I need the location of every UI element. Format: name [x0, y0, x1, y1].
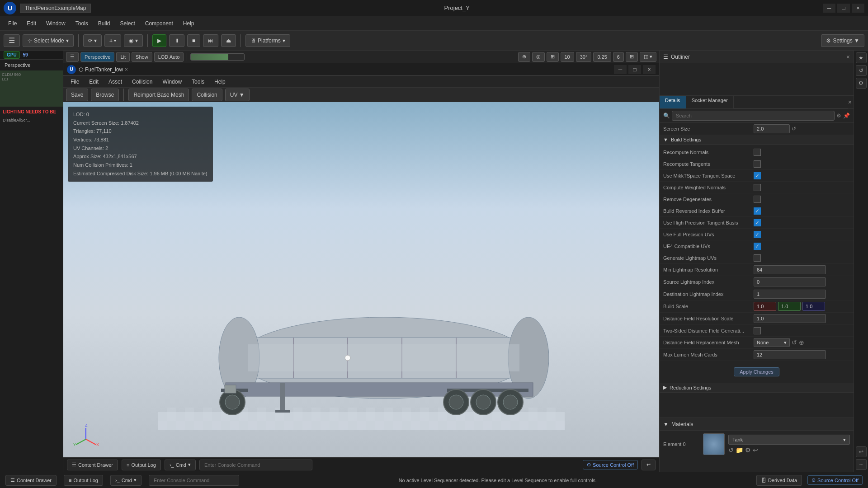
menu-file[interactable]: File — [4, 19, 21, 28]
viewport-lit-btn[interactable]: Lit — [116, 52, 130, 62]
cb-recompute-tangents[interactable] — [754, 160, 761, 168]
input-build-scale-x[interactable] — [754, 302, 776, 311]
input-min-lightmap-res[interactable] — [754, 265, 826, 274]
uv-button[interactable]: UV ▼ — [225, 89, 250, 101]
snap-button[interactable]: ⌗ ▾ — [104, 34, 121, 47]
minimize-button[interactable]: ─ — [823, 4, 835, 13]
cb-ue4-uvs[interactable]: ✓ — [754, 243, 761, 250]
df-replacement-more-icon[interactable]: ⊕ — [799, 339, 804, 346]
vp-icon-1[interactable]: ⊕ — [518, 52, 530, 62]
source-control-status-btn[interactable]: ⊙ Source Control Off — [807, 475, 863, 485]
material-undo-icon[interactable]: ↩ — [753, 446, 758, 454]
cb-recompute-normals[interactable] — [754, 149, 761, 156]
viewport-show-btn[interactable]: Show — [132, 52, 152, 62]
mesh-menu-file[interactable]: File — [66, 77, 84, 87]
camera-button[interactable]: ◉ ▾ — [124, 34, 142, 47]
platforms-button[interactable]: 🖥 Platforms ▾ — [245, 34, 290, 47]
menu-edit[interactable]: Edit — [22, 19, 41, 28]
vp-icon-2[interactable]: ◎ — [532, 52, 545, 62]
console-input-mesh[interactable] — [199, 460, 312, 470]
input-df-res-scale[interactable] — [754, 314, 826, 323]
menu-help[interactable]: Help — [179, 19, 199, 28]
mesh-menu-tools[interactable]: Tools — [187, 77, 209, 87]
menu-build[interactable]: Build — [94, 19, 115, 28]
mesh-menu-asset[interactable]: Asset — [104, 77, 127, 87]
eject-button[interactable]: ⏏ — [221, 34, 236, 47]
viewport-3d[interactable]: LOD: 0 Current Screen Size: 1.87402 Tria… — [63, 102, 659, 457]
source-control-mesh-btn[interactable]: ⊙ Source Control Off — [583, 460, 638, 469]
details-pin-icon[interactable]: 📌 — [843, 113, 850, 119]
details-close-btn[interactable]: × — [848, 96, 852, 108]
strip-btn-2[interactable]: ↺ — [856, 65, 867, 76]
content-drawer-btn[interactable]: ☰ Content Drawer — [67, 460, 118, 470]
vp-num4[interactable]: 6 — [613, 52, 624, 62]
cb-weighted-normals[interactable] — [754, 184, 761, 191]
browse-button[interactable]: Browse — [91, 89, 119, 101]
vp-view-btn[interactable]: ◫ ▾ — [640, 52, 656, 62]
map-tab[interactable]: ThirdPersonExampleMap — [20, 4, 91, 13]
mesh-menu-edit[interactable]: Edit — [85, 77, 103, 87]
left-panel-perspective[interactable]: Perspective — [0, 60, 63, 70]
cmd-btn[interactable]: ›_ Cmd ▾ — [165, 460, 196, 470]
tab-socket-manager[interactable]: Socket Manager — [686, 96, 734, 108]
cb-high-prec-tangent[interactable]: ✓ — [754, 219, 761, 226]
cb-mikkt[interactable]: ✓ — [754, 172, 761, 179]
transform-button[interactable]: ⟳ ▾ — [83, 34, 102, 47]
viewport-hamburger[interactable]: ☰ — [66, 52, 79, 62]
cb-full-prec-uv[interactable]: ✓ — [754, 231, 761, 238]
build-settings-section[interactable]: ▼ Build Settings — [660, 135, 854, 145]
strip-btn-undo[interactable]: ↩ — [856, 446, 867, 457]
strip-btn-1[interactable]: ★ — [856, 52, 867, 63]
skip-button[interactable]: ⏭ — [203, 34, 218, 47]
apply-changes-button[interactable]: Apply Changes — [734, 367, 779, 376]
vp-grid-btn[interactable]: ⊞ — [626, 52, 638, 62]
strip-btn-3[interactable]: ⚙ — [856, 78, 867, 89]
material-reset-icon[interactable]: ↺ — [728, 446, 734, 454]
input-dst-lightmap[interactable] — [754, 290, 826, 299]
menu-window[interactable]: Window — [42, 19, 70, 28]
derived-data-btn[interactable]: 🗄 Derived Data — [756, 475, 802, 486]
status-cmd-btn[interactable]: ›_ Cmd ▾ — [110, 475, 142, 486]
cb-remove-degen[interactable] — [754, 196, 761, 203]
pause-button[interactable]: ⏸ — [169, 34, 184, 47]
settings-button[interactable]: ⚙ Settings ▼ — [821, 34, 864, 47]
mesh-editor-close-tab[interactable]: × — [125, 66, 128, 73]
reduction-settings-section[interactable]: ▶ Reduction Settings — [660, 383, 854, 393]
cb-gen-lightmap[interactable] — [754, 254, 761, 262]
close-button[interactable]: × — [852, 4, 864, 13]
material-dropdown[interactable]: Tank ▾ — [728, 435, 850, 445]
mesh-menu-collision[interactable]: Collision — [127, 77, 157, 87]
menu-select[interactable]: Select — [115, 19, 139, 28]
mesh-editor-maximize[interactable]: □ — [628, 65, 641, 74]
mesh-editor-minimize[interactable]: ─ — [614, 65, 627, 74]
input-build-scale-z[interactable] — [802, 302, 825, 311]
reimport-button[interactable]: Reimport Base Mesh — [128, 89, 189, 101]
screen-size-reset-icon[interactable]: ↺ — [792, 126, 796, 132]
play-button[interactable]: ▶ — [152, 34, 166, 47]
vp-scale[interactable]: 0.25 — [593, 52, 611, 62]
input-max-lumen[interactable] — [754, 350, 826, 359]
material-browse-icon[interactable]: 📁 — [736, 446, 743, 454]
df-replacement-reset-icon[interactable]: ↺ — [792, 339, 797, 346]
cb-build-reversed[interactable]: ✓ — [754, 207, 761, 215]
undo-btn[interactable]: ↩ — [642, 460, 656, 470]
vp-icon-3[interactable]: ⊞ — [547, 52, 559, 62]
viewport-perspective-btn[interactable]: Perspective — [80, 52, 114, 62]
mesh-menu-help[interactable]: Help — [210, 77, 230, 87]
status-content-drawer-btn[interactable]: ☰ Content Drawer — [5, 475, 57, 486]
mesh-menu-window[interactable]: Window — [158, 77, 186, 87]
mesh-editor-close[interactable]: × — [643, 65, 656, 74]
strip-btn-redo[interactable]: → — [856, 459, 867, 470]
maximize-button[interactable]: □ — [837, 4, 850, 13]
tab-details[interactable]: Details — [660, 96, 686, 108]
status-output-log-btn[interactable]: ≡ Output Log — [64, 475, 103, 486]
cb-two-sided-df[interactable] — [754, 327, 761, 334]
outliner-close-btn[interactable]: × — [846, 53, 850, 61]
stop-button[interactable]: ■ — [187, 34, 200, 47]
menu-tools[interactable]: Tools — [71, 19, 93, 28]
collision-button[interactable]: Collision — [192, 89, 222, 101]
select-mode-button[interactable]: ⊹ Select Mode ▾ — [23, 34, 74, 47]
output-log-btn[interactable]: ≡ Output Log — [122, 460, 161, 470]
dropdown-df-replacement[interactable]: None ▾ — [754, 338, 790, 347]
input-src-lightmap[interactable] — [754, 277, 826, 286]
